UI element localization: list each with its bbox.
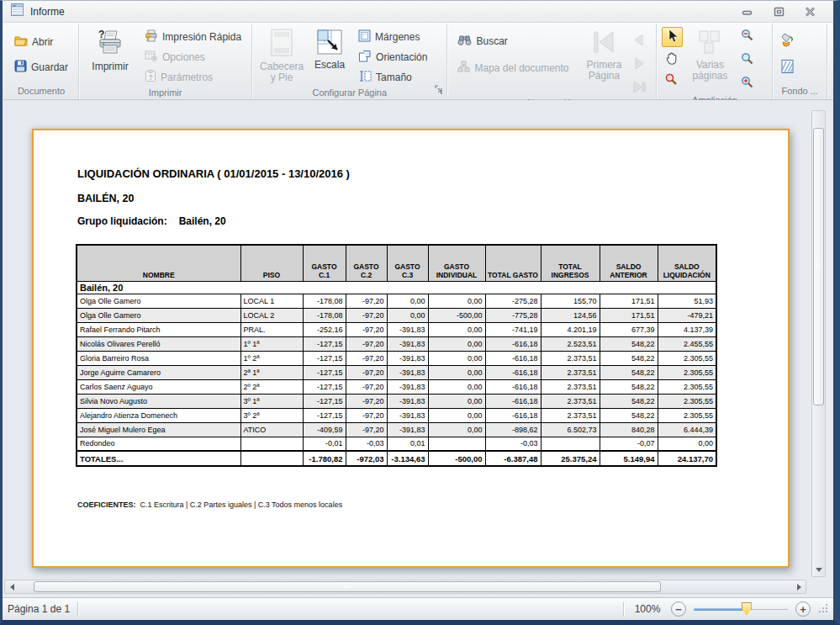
zoom-in-stepper-button[interactable]: + [795,601,811,617]
zoom-button[interactable] [737,50,767,71]
imprimir-button[interactable]: ? Imprimir [84,27,136,72]
vertical-scrollbar-thumb[interactable] [813,128,824,405]
report-table-body: Bailén, 20Olga Olle GameroLOCAL 1-178,08… [77,281,716,466]
report-group-label: Grupo liquidación: [77,215,167,227]
table-header-cell: NOMBRE [77,245,240,281]
pointer-icon [665,29,679,46]
table-cell: -127,15 [303,336,346,351]
cabecera-y-pie-button[interactable]: Cabecera y Pie [257,27,306,83]
coefficients-label: COEFICIENTES: [77,501,136,509]
app-window: Informe Abrir Guardar [0,0,840,625]
vertical-scrollbar[interactable] [811,110,826,577]
table-cell: -391,83 [387,336,428,351]
primera-pagina-button[interactable]: Primera Página [582,27,626,82]
ribbon-group-ampliacion: Varias páginas Ampliación [657,24,773,99]
dialog-launcher-icon[interactable] [435,82,444,98]
zoom-out-stepper-button[interactable]: − [671,601,686,617]
scale-icon [316,29,343,58]
table-cell: 0,00 [428,322,485,336]
pagina-anterior-button[interactable] [629,29,651,50]
table-cell: -972,03 [346,451,387,466]
scroll-left-button[interactable] [5,580,18,593]
table-cell: 2.373,51 [541,351,600,365]
imprimir-label: Imprimir [92,61,128,72]
resize-grip-icon[interactable] [818,603,828,616]
guardar-button[interactable]: Guardar [9,57,73,77]
varias-paginas-button[interactable]: Varias páginas [686,27,733,83]
horizontal-scrollbar[interactable] [4,580,806,594]
table-header-cell: GASTO C.3 [387,245,428,281]
margenes-label: Márgenes [375,31,420,43]
zoom-slider-track-empty [747,609,788,610]
minimize-button[interactable] [742,7,753,16]
table-cell: 2.305,55 [658,351,716,365]
opciones-button[interactable]: Opciones [140,47,246,66]
group-label-exportar [827,85,840,99]
zoom-slider-thumb[interactable] [742,602,752,615]
table-header-cell: PISO [240,245,303,281]
options-icon [145,50,158,65]
pagina-siguiente-button[interactable] [629,53,651,73]
ribbon-group-configurar-pagina: Cabecera y Pie Escala Márgenes Orien [252,24,447,99]
restore-button[interactable] [774,7,785,17]
scroll-up-button[interactable] [812,111,825,124]
abrir-button[interactable]: Abrir [9,32,73,51]
impresion-rapida-button[interactable]: Impresión Rápida [140,27,246,46]
table-cell [428,437,485,451]
table-cell: Redondeo [77,437,240,451]
hand-icon [664,50,679,68]
close-button[interactable] [805,7,816,17]
table-cell: Olga Olle Gamero [77,294,240,308]
table-cell: -252,16 [303,322,346,336]
table-cell: LOCAL 2 [240,308,303,322]
table-cell: Olga Olle Gamero [77,308,240,322]
table-cell: -616,18 [485,365,541,379]
table-cell: José Miguel Mulero Egea [77,422,240,437]
buscar-button[interactable]: Buscar [452,31,578,50]
tamano-button[interactable]: Tamaño [353,67,441,87]
table-cell: -97,20 [346,308,387,322]
color-fondo-button[interactable] [778,30,808,50]
orientacion-button[interactable]: Orientación [353,47,441,66]
table-row: Gloria Barreiro Rosa1º 2ª-127,15-97,20-3… [77,351,716,365]
buscar-label: Buscar [476,35,507,47]
table-cell: -0,07 [600,437,658,451]
table-header-cell: TOTAL GASTO [485,245,541,281]
svg-text:?: ? [98,29,104,40]
table-cell: -0,01 [303,437,346,451]
parameters-icon: ? [145,70,156,85]
parametros-button[interactable]: ? Parámetros [140,67,246,87]
horizontal-scrollbar-thumb[interactable] [34,581,661,592]
exportar-button[interactable]: Exportar [832,27,840,72]
table-cell: 2.305,55 [658,408,716,422]
zoom-tool-icon-button[interactable] [662,71,683,91]
table-cell: 4.201,19 [541,322,600,336]
table-row: Redondeo-0,01-0,030,01-0,03-0,070,00 [77,437,716,451]
hand-tool-button[interactable] [662,49,683,69]
margenes-button[interactable]: Márgenes [353,27,441,46]
report-group-line: Grupo liquidación:Bailén, 20 [77,215,226,227]
svg-text:?: ? [149,72,154,81]
zoom-out-button[interactable] [737,27,767,47]
table-cell: PRAL. [240,322,303,336]
scroll-down-button[interactable] [812,563,825,576]
table-row: Jorge Aguirre Camarero2ª 1ª-127,15-97,20… [77,365,716,379]
table-cell: -898,62 [485,422,541,437]
escala-button[interactable]: Escala [309,27,350,72]
folder-open-icon [14,34,28,49]
scroll-right-button[interactable] [792,580,806,593]
table-cell: 0,00 [428,408,485,422]
marca-agua-button[interactable] [778,57,808,77]
ultima-pagina-button[interactable] [629,77,651,97]
zoom-in-button[interactable] [737,74,767,94]
table-cell: 0,00 [428,365,485,379]
table-cell: LOCAL 1 [240,294,303,308]
table-cell: -97,20 [346,336,387,351]
pointer-tool-button[interactable] [662,27,683,47]
table-cell: Carlos Saenz Aguayo [77,379,240,394]
zoom-slider[interactable] [694,601,788,617]
group-label-imprimir: Imprimir [79,87,251,99]
table-cell: -775,28 [485,308,541,322]
mapa-documento-button[interactable]: Mapa del documento [452,58,578,77]
table-totals-row: TOTALES...-1.780,82-972,03-3.134,63-500,… [77,451,716,466]
